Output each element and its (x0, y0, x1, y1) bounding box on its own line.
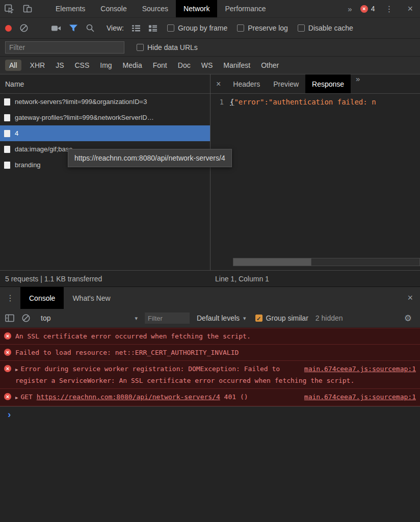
request-name: branding (15, 161, 41, 169)
preserve-log-control[interactable]: Preserve log (237, 24, 288, 32)
console-error-message: × main.674ceea7.js:sourcemap:1 ▶Error du… (0, 360, 420, 388)
expand-triangle-icon[interactable]: ▶ (15, 395, 18, 400)
type-filter-ws[interactable]: WS (201, 61, 213, 69)
network-toolbar: View: Group by frame Preserve log Disabl… (0, 18, 420, 39)
type-filter-font[interactable]: Font (153, 61, 167, 69)
type-filter-doc[interactable]: Doc (178, 61, 191, 69)
request-row-selected[interactable]: 4 (0, 125, 210, 141)
name-column-header[interactable]: Name (5, 80, 24, 88)
console-drawer-header: ⋮ Console What's New × (0, 286, 420, 309)
error-icon: × (4, 365, 11, 372)
console-toolbar: top ▾ Default levels ▾ ✓ Group similar 2… (0, 309, 420, 328)
group-similar-checkbox[interactable]: ✓ (255, 315, 262, 322)
type-filter-all[interactable]: All (5, 60, 21, 71)
type-filter-js[interactable]: JS (56, 61, 64, 69)
small-request-rows-icon[interactable] (132, 24, 141, 32)
type-filter-img[interactable]: Img (100, 61, 112, 69)
request-method: GET (20, 393, 36, 401)
console-message-text: An SSL certificate error occurred when f… (15, 332, 251, 340)
hide-data-urls-control[interactable]: Hide data URLs (137, 43, 198, 51)
type-filter-xhr[interactable]: XHR (30, 61, 45, 69)
log-levels-value: Default levels (197, 314, 240, 322)
console-filter-input[interactable] (145, 312, 190, 324)
expand-triangle-icon[interactable]: ▶ (15, 367, 18, 372)
error-icon: × (4, 349, 11, 356)
error-count: 4 (371, 5, 375, 13)
network-panel: Name network-servers?limit=999&organizat… (0, 74, 420, 270)
close-drawer-button[interactable]: × (400, 287, 420, 309)
more-tabs-icon[interactable]: » (343, 5, 357, 13)
type-filter-css[interactable]: CSS (74, 61, 89, 69)
clear-console-icon[interactable] (21, 314, 31, 323)
disable-cache-checkbox[interactable] (298, 24, 305, 32)
disable-cache-label: Disable cache (308, 24, 353, 32)
type-filter-manifest[interactable]: Manifest (223, 61, 250, 69)
tab-sources[interactable]: Sources (135, 0, 176, 17)
javascript-context-dropdown[interactable]: top ▾ (41, 314, 138, 322)
error-icon: × (4, 393, 11, 400)
capture-screenshots-icon[interactable] (51, 24, 61, 32)
request-name: network-servers?limit=999&organizationID… (15, 98, 147, 106)
hide-data-urls-checkbox[interactable] (137, 44, 144, 51)
network-filter-input[interactable] (5, 41, 124, 54)
view-label: View: (107, 24, 124, 32)
drawer-tab-console[interactable]: Console (20, 287, 64, 309)
requests-empty-area (0, 173, 210, 270)
network-status-bar: 5 requests | 1.1 KB transferred Line 1, … (0, 270, 420, 286)
group-similar-control[interactable]: ✓ Group similar (255, 314, 308, 322)
document-icon (4, 146, 10, 153)
log-levels-dropdown[interactable]: Default levels ▾ (197, 314, 246, 322)
show-overview-icon[interactable] (148, 24, 158, 32)
clear-network-log-icon[interactable] (19, 23, 29, 33)
type-filter-other[interactable]: Other (261, 61, 279, 69)
request-row[interactable]: gateway-profiles?limit=999&networkServer… (0, 110, 210, 125)
tab-response[interactable]: Response (305, 74, 351, 93)
drawer-menu-icon[interactable]: ⋮ (0, 287, 20, 309)
document-icon (4, 162, 10, 169)
console-settings-gear-icon[interactable]: ⚙ (404, 313, 415, 323)
source-location-link[interactable]: main.674ceea7.js:sourcemap:1 (304, 392, 416, 402)
scrollbar-thumb[interactable] (233, 258, 311, 266)
error-circle-icon: × (360, 5, 368, 13)
tab-performance[interactable]: Performance (217, 0, 273, 17)
chevron-down-icon: ▾ (243, 315, 246, 322)
close-devtools-button[interactable]: × (400, 4, 420, 14)
preserve-log-checkbox[interactable] (237, 24, 244, 32)
tab-preview[interactable]: Preview (267, 74, 305, 93)
requests-pane: Name network-servers?limit=999&organizat… (0, 74, 210, 270)
tab-headers[interactable]: Headers (226, 74, 267, 93)
record-network-log-button[interactable] (5, 25, 12, 32)
main-tabbar: Elements Console Sources Network Perform… (0, 0, 420, 18)
document-icon (4, 114, 10, 121)
request-row[interactable]: network-servers?limit=999&organizationID… (0, 94, 210, 110)
more-detail-tabs-icon[interactable]: » (351, 74, 365, 93)
horizontal-scrollbar[interactable] (233, 258, 420, 266)
response-viewer[interactable]: 1 {"error":"authentication failed: n (211, 94, 420, 270)
devtools-menu-icon[interactable]: ⋮ (378, 4, 400, 14)
tab-network[interactable]: Network (176, 0, 217, 17)
drawer-tab-whats-new[interactable]: What's New (64, 287, 119, 309)
hide-data-urls-label: Hide data URLs (147, 43, 198, 51)
console-messages: × An SSL certificate error occurred when… (0, 328, 420, 406)
context-value: top (41, 314, 50, 322)
console-prompt[interactable]: › (0, 406, 420, 422)
disable-cache-control[interactable]: Disable cache (298, 24, 353, 32)
close-request-details-button[interactable]: × (211, 74, 226, 93)
console-sidebar-toggle-icon[interactable] (5, 314, 14, 322)
failed-request-url-link[interactable]: https://reachnn.com:8080/api/network-ser… (37, 393, 220, 401)
error-count-badge[interactable]: × 4 (357, 5, 378, 13)
tab-console[interactable]: Console (93, 0, 134, 17)
preserve-log-label: Preserve log (248, 24, 288, 32)
search-icon[interactable] (86, 23, 95, 33)
console-error-message: × An SSL certificate error occurred when… (0, 328, 420, 344)
inspect-element-button[interactable] (0, 0, 18, 17)
type-filter-media[interactable]: Media (123, 61, 142, 69)
group-by-frame-control[interactable]: Group by frame (167, 24, 227, 32)
group-by-frame-checkbox[interactable] (167, 24, 174, 32)
device-toolbar-button[interactable] (18, 0, 37, 17)
devtools-window: Elements Console Sources Network Perform… (0, 0, 420, 522)
tab-elements[interactable]: Elements (48, 0, 93, 17)
filter-funnel-icon[interactable] (69, 24, 78, 32)
source-location-link[interactable]: main.674ceea7.js:sourcemap:1 (304, 363, 416, 374)
chevron-down-icon: ▾ (135, 315, 138, 322)
